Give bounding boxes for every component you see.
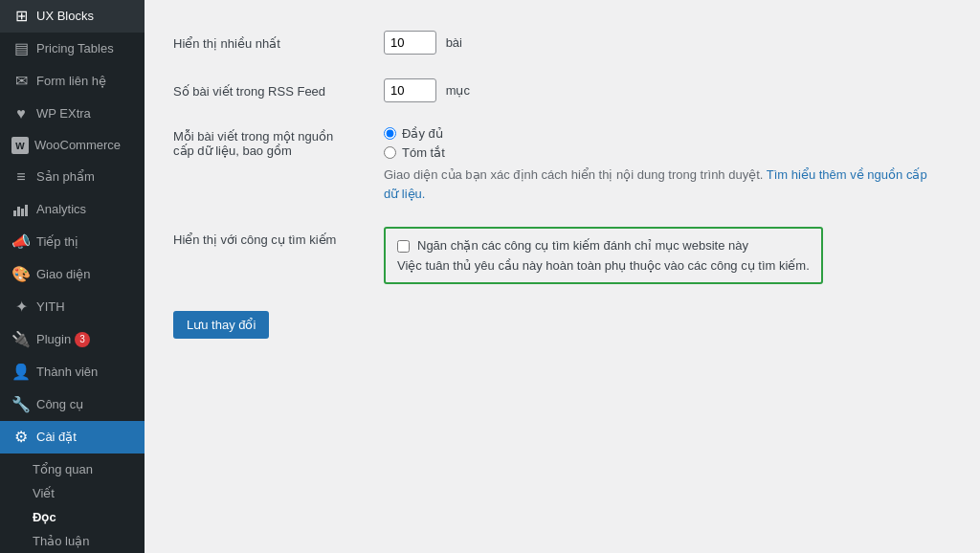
svg-rect-0 xyxy=(13,210,16,216)
sidebar-label-woocommerce: WooCommerce xyxy=(34,137,121,154)
sidebar-item-cai-dat[interactable]: ⚙ Cài đặt xyxy=(0,421,145,453)
checkbox-ngan-chan[interactable] xyxy=(397,240,410,253)
tiep-thi-icon: 📣 xyxy=(11,232,31,252)
checkbox-ngan-chan-row: Ngăn chặn các công cụ tìm kiếm đánh chỉ … xyxy=(397,238,810,253)
sidebar-label-analytics: Analytics xyxy=(36,201,86,218)
cong-cu-icon: 🔧 xyxy=(11,395,31,414)
sidebar-label-wp-extra: WP EXtra xyxy=(36,105,91,122)
sidebar-item-analytics[interactable]: Analytics xyxy=(0,193,145,226)
radio-day-du-option: Đầy đủ xyxy=(384,126,942,141)
sidebar-item-tiep-thi[interactable]: 📣 Tiếp thị xyxy=(0,226,145,258)
giao-dien-icon: 🎨 xyxy=(11,265,31,284)
search-visibility-box: Ngăn chặn các công cụ tìm kiếm đánh chỉ … xyxy=(384,227,823,284)
suffix-rss: mục xyxy=(446,83,470,98)
analytics-icon xyxy=(11,200,31,219)
label-ngan-chan: Ngăn chặn các công cụ tìm kiếm đánh chỉ … xyxy=(417,238,748,253)
wp-extra-icon: ♥ xyxy=(11,104,31,123)
sidebar-label-cai-dat: Cài đặt xyxy=(36,429,77,446)
submenu-tong-quan[interactable]: Tổng quan xyxy=(0,457,145,481)
sidebar-label-thanh-vien: Thành viên xyxy=(36,364,98,381)
label-tom-tat: Tóm tắt xyxy=(402,145,445,160)
sidebar-label-plugin: Plugin xyxy=(36,331,71,348)
search-note: Việc tuân thủ yêu cầu này hoàn toàn phụ … xyxy=(397,258,810,273)
sidebar-item-wp-extra[interactable]: ♥ WP EXtra xyxy=(0,98,145,130)
input-hien-thi-nhieu-nhat[interactable] xyxy=(384,31,436,55)
sidebar-label-giao-dien: Giao diện xyxy=(36,266,90,283)
sidebar-label-form: Form liên hệ xyxy=(36,73,106,90)
woocommerce-icon: w xyxy=(11,137,29,154)
svg-rect-1 xyxy=(17,207,20,216)
row-hien-thi-tim-kiem: Hiển thị với công cụ tìm kiếm Ngăn chặn … xyxy=(173,215,951,297)
submit-button[interactable]: Lưu thay đổi xyxy=(173,311,269,339)
row-rss-feed: Số bài viết trong RSS Feed mục xyxy=(173,67,951,115)
row-moi-bai-viet: Mỗi bài viết trong một nguồncấp dữ liệu,… xyxy=(173,115,951,215)
feed-description: Giao diện của bạn xác định cách hiển thị… xyxy=(384,166,942,203)
sidebar-item-giao-dien[interactable]: 🎨 Giao diện xyxy=(0,258,145,291)
sidebar-item-yith[interactable]: ✦ YITH xyxy=(0,291,145,323)
radio-tom-tat[interactable] xyxy=(384,146,396,159)
plugin-icon: 🔌 xyxy=(11,330,31,349)
label-day-du: Đầy đủ xyxy=(402,126,443,141)
label-hien-thi-nhieu-nhat: Hiển thị nhiều nhất xyxy=(173,36,280,51)
feed-desc-text: Giao diện của bạn xác định cách hiển thị… xyxy=(384,167,763,182)
settings-form-table: Hiển thị nhiều nhất bài Số bài viết tron… xyxy=(173,19,951,297)
submenu-doc[interactable]: Đọc xyxy=(0,505,145,529)
sidebar-item-woocommerce[interactable]: w WooCommerce xyxy=(0,130,145,161)
label-hien-thi-tim-kiem: Hiển thị với công cụ tìm kiếm xyxy=(173,232,336,247)
row-hien-thi-nhieu-nhat: Hiển thị nhiều nhất bài xyxy=(173,19,951,67)
sidebar-label-tiep-thi: Tiếp thị xyxy=(36,233,78,251)
suffix-hien-thi: bài xyxy=(446,35,462,50)
sidebar-item-plugin[interactable]: 🔌 Plugin 3 xyxy=(0,323,145,356)
ux-blocks-icon: ⊞ xyxy=(11,7,31,26)
label-rss-feed: Số bài viết trong RSS Feed xyxy=(173,84,325,99)
sidebar-label-yith: YITH xyxy=(36,299,65,316)
label-moi-bai-viet: Mỗi bài viết trong một nguồncấp dữ liệu,… xyxy=(173,129,333,158)
sidebar-item-san-pham[interactable]: ≡ Sản phẩm xyxy=(0,161,145,193)
form-icon: ✉ xyxy=(11,72,31,91)
svg-rect-3 xyxy=(25,205,28,216)
input-rss-feed[interactable] xyxy=(384,78,436,102)
sidebar-item-pricing-tables[interactable]: ▤ Pricing Tables xyxy=(0,33,145,65)
sidebar-label-pricing-tables: Pricing Tables xyxy=(36,40,114,57)
sidebar-label-ux-blocks: UX Blocks xyxy=(36,8,94,25)
thanh-vien-icon: 👤 xyxy=(11,363,31,382)
sidebar-label-cong-cu: Công cụ xyxy=(36,396,83,413)
radio-tom-tat-option: Tóm tắt xyxy=(384,145,942,160)
sidebar-item-form-lien-he[interactable]: ✉ Form liên hệ xyxy=(0,65,145,98)
sidebar-item-cong-cu[interactable]: 🔧 Công cụ xyxy=(0,388,145,421)
submenu-viet[interactable]: Viết xyxy=(0,481,145,505)
sidebar-label-san-pham: Sản phẩm xyxy=(36,168,95,186)
yith-icon: ✦ xyxy=(11,298,31,317)
sidebar-item-thanh-vien[interactable]: 👤 Thành viên xyxy=(0,356,145,388)
san-pham-icon: ≡ xyxy=(11,167,31,187)
sidebar-item-ux-blocks[interactable]: ⊞ UX Blocks xyxy=(0,0,145,33)
radio-day-du[interactable] xyxy=(384,127,396,140)
plugin-badge: 3 xyxy=(75,332,90,347)
main-content: Hiển thị nhiều nhất bài Số bài viết tron… xyxy=(145,0,980,553)
pricing-tables-icon: ▤ xyxy=(11,39,31,58)
svg-rect-2 xyxy=(21,209,24,216)
cai-dat-submenu: Tổng quan Viết Đọc Thảo luận xyxy=(0,453,145,553)
submenu-thao-luan[interactable]: Thảo luận xyxy=(0,529,145,553)
cai-dat-icon: ⚙ xyxy=(11,428,31,447)
sidebar: ⊞ UX Blocks ▤ Pricing Tables ✉ Form liên… xyxy=(0,0,145,553)
